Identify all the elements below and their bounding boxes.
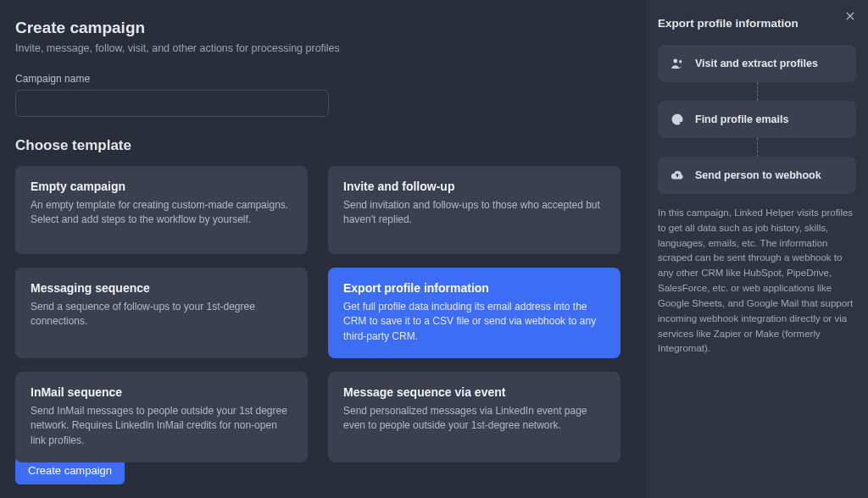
templates-scroll-wrap: Empty campaign An empty template for cre… xyxy=(15,166,629,443)
page-subtitle: Invite, message, follow, visit, and othe… xyxy=(15,42,629,54)
sidepanel-description: In this campaign, Linked Helper visits p… xyxy=(658,206,856,357)
template-desc: Get full profile data including its emai… xyxy=(343,300,605,344)
template-desc: Send InMail messages to people outside y… xyxy=(31,404,292,448)
template-invite-followup[interactable]: Invite and follow-up Send invitation and… xyxy=(328,166,620,254)
template-export-profile[interactable]: Export profile information Get full prof… xyxy=(328,268,620,358)
template-title: Message sequence via event xyxy=(343,385,605,399)
campaign-name-label: Campaign name xyxy=(15,73,629,85)
template-desc: Send a sequence of follow-ups to your 1s… xyxy=(31,300,292,329)
workflow-connector xyxy=(658,82,856,101)
templates-grid[interactable]: Empty campaign An empty template for cre… xyxy=(15,166,629,462)
close-icon xyxy=(844,10,856,22)
svg-point-0 xyxy=(673,59,677,64)
side-panel: Export profile information Visit and ext… xyxy=(646,0,868,498)
template-title: InMail sequence xyxy=(31,385,292,399)
template-title: Invite and follow-up xyxy=(343,180,605,193)
campaign-name-input[interactable] xyxy=(15,90,329,117)
workflow-step-label: Send person to webhook xyxy=(695,169,821,181)
cloud-upload-icon xyxy=(670,168,685,183)
template-messaging-sequence[interactable]: Messaging sequence Send a sequence of fo… xyxy=(15,268,308,358)
workflow-step-label: Find profile emails xyxy=(695,113,788,125)
template-desc: Send invitation and follow-ups to those … xyxy=(343,198,605,228)
template-desc: Send personalized messages via LinkedIn … xyxy=(343,404,605,434)
template-empty-campaign[interactable]: Empty campaign An empty template for cre… xyxy=(15,166,308,254)
main-panel: Create campaign Invite, message, follow,… xyxy=(0,0,646,498)
workflow-connector xyxy=(658,138,856,157)
svg-point-1 xyxy=(679,60,682,63)
template-inmail-sequence[interactable]: InMail sequence Send InMail messages to … xyxy=(15,372,308,462)
people-icon xyxy=(670,56,685,71)
workflow-step-webhook[interactable]: Send person to webhook xyxy=(658,157,856,194)
workflow-step-label: Visit and extract profiles xyxy=(695,58,818,69)
workflow-step-visit[interactable]: Visit and extract profiles xyxy=(658,45,856,82)
close-button[interactable] xyxy=(841,7,860,25)
workflow-step-emails[interactable]: Find profile emails xyxy=(658,101,856,138)
template-message-via-event[interactable]: Message sequence via event Send personal… xyxy=(328,372,620,462)
at-icon xyxy=(670,112,685,127)
page-title: Create campaign xyxy=(15,19,629,37)
template-desc: An empty template for creating custom-ma… xyxy=(31,198,292,228)
sidepanel-title: Export profile information xyxy=(658,17,856,30)
template-title: Empty campaign xyxy=(31,180,292,193)
template-title: Messaging sequence xyxy=(31,281,292,295)
template-title: Export profile information xyxy=(343,281,605,295)
choose-template-title: Choose template xyxy=(15,137,629,154)
